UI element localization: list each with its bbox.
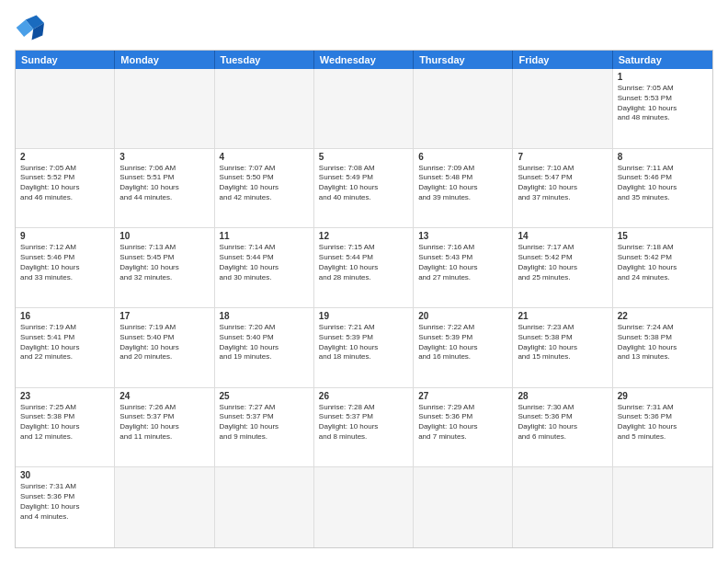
day-info: Sunrise: 7:25 AM Sunset: 5:38 PM Dayligh…: [20, 403, 109, 442]
calendar-day-27: 27Sunrise: 7:29 AM Sunset: 5:36 PM Dayli…: [414, 388, 513, 468]
day-number: 21: [518, 311, 607, 321]
calendar-empty-cell: [314, 69, 414, 149]
calendar-day-18: 18Sunrise: 7:20 AM Sunset: 5:40 PM Dayli…: [215, 308, 314, 388]
header-day-wednesday: Wednesday: [314, 51, 414, 69]
calendar-empty-cell: [314, 467, 414, 547]
day-number: 5: [319, 152, 408, 162]
header-day-thursday: Thursday: [414, 51, 513, 69]
day-number: 2: [20, 152, 109, 162]
logo: [15, 15, 48, 40]
day-info: Sunrise: 7:22 AM Sunset: 5:39 PM Dayligh…: [418, 323, 507, 362]
day-number: 27: [418, 391, 507, 401]
header: [15, 15, 713, 40]
calendar-empty-cell: [414, 467, 513, 547]
calendar-day-29: 29Sunrise: 7:31 AM Sunset: 5:36 PM Dayli…: [613, 388, 712, 468]
calendar-day-8: 8Sunrise: 7:11 AM Sunset: 5:46 PM Daylig…: [613, 149, 712, 229]
day-info: Sunrise: 7:27 AM Sunset: 5:37 PM Dayligh…: [220, 403, 309, 442]
day-number: 10: [119, 231, 209, 241]
day-info: Sunrise: 7:14 AM Sunset: 5:44 PM Dayligh…: [220, 243, 309, 282]
day-number: 29: [618, 391, 708, 401]
calendar-day-19: 19Sunrise: 7:21 AM Sunset: 5:39 PM Dayli…: [314, 308, 414, 388]
day-number: 16: [20, 311, 109, 321]
calendar-day-5: 5Sunrise: 7:08 AM Sunset: 5:49 PM Daylig…: [314, 149, 414, 229]
day-info: Sunrise: 7:06 AM Sunset: 5:51 PM Dayligh…: [119, 164, 209, 203]
calendar-day-11: 11Sunrise: 7:14 AM Sunset: 5:44 PM Dayli…: [215, 228, 314, 308]
calendar: SundayMondayTuesdayWednesdayThursdayFrid…: [15, 50, 713, 548]
calendar-day-4: 4Sunrise: 7:07 AM Sunset: 5:50 PM Daylig…: [215, 149, 314, 229]
day-number: 8: [618, 152, 708, 162]
header-day-tuesday: Tuesday: [215, 51, 314, 69]
header-day-monday: Monday: [115, 51, 214, 69]
day-number: 7: [518, 152, 607, 162]
day-info: Sunrise: 7:13 AM Sunset: 5:45 PM Dayligh…: [119, 243, 209, 282]
calendar-day-28: 28Sunrise: 7:30 AM Sunset: 5:36 PM Dayli…: [513, 388, 612, 468]
day-info: Sunrise: 7:19 AM Sunset: 5:40 PM Dayligh…: [119, 323, 209, 362]
calendar-day-2: 2Sunrise: 7:05 AM Sunset: 5:52 PM Daylig…: [16, 149, 115, 229]
day-number: 24: [119, 391, 209, 401]
calendar-day-14: 14Sunrise: 7:17 AM Sunset: 5:42 PM Dayli…: [513, 228, 612, 308]
day-number: 30: [20, 470, 109, 480]
day-info: Sunrise: 7:10 AM Sunset: 5:47 PM Dayligh…: [518, 164, 607, 203]
calendar-day-6: 6Sunrise: 7:09 AM Sunset: 5:48 PM Daylig…: [414, 149, 513, 229]
day-number: 11: [220, 231, 309, 241]
calendar-day-3: 3Sunrise: 7:06 AM Sunset: 5:51 PM Daylig…: [115, 149, 214, 229]
day-info: Sunrise: 7:31 AM Sunset: 5:36 PM Dayligh…: [618, 403, 708, 442]
calendar-empty-cell: [414, 69, 513, 149]
day-info: Sunrise: 7:08 AM Sunset: 5:49 PM Dayligh…: [319, 164, 408, 203]
day-number: 9: [20, 231, 109, 241]
day-info: Sunrise: 7:26 AM Sunset: 5:37 PM Dayligh…: [119, 403, 209, 442]
calendar-day-20: 20Sunrise: 7:22 AM Sunset: 5:39 PM Dayli…: [414, 308, 513, 388]
calendar-empty-cell: [115, 467, 214, 547]
day-info: Sunrise: 7:19 AM Sunset: 5:41 PM Dayligh…: [20, 323, 109, 362]
day-number: 19: [319, 311, 408, 321]
calendar-empty-cell: [613, 467, 712, 547]
day-info: Sunrise: 7:21 AM Sunset: 5:39 PM Dayligh…: [319, 323, 408, 362]
day-info: Sunrise: 7:05 AM Sunset: 5:52 PM Dayligh…: [20, 164, 109, 203]
calendar-day-21: 21Sunrise: 7:23 AM Sunset: 5:38 PM Dayli…: [513, 308, 612, 388]
calendar-day-9: 9Sunrise: 7:12 AM Sunset: 5:46 PM Daylig…: [16, 228, 115, 308]
calendar-empty-cell: [215, 69, 314, 149]
day-info: Sunrise: 7:28 AM Sunset: 5:37 PM Dayligh…: [319, 403, 408, 442]
day-number: 3: [119, 152, 209, 162]
day-info: Sunrise: 7:17 AM Sunset: 5:42 PM Dayligh…: [518, 243, 607, 282]
day-number: 4: [220, 152, 309, 162]
day-info: Sunrise: 7:30 AM Sunset: 5:36 PM Dayligh…: [518, 403, 607, 442]
calendar-empty-cell: [16, 69, 115, 149]
day-info: Sunrise: 7:24 AM Sunset: 5:38 PM Dayligh…: [618, 323, 708, 362]
calendar-day-12: 12Sunrise: 7:15 AM Sunset: 5:44 PM Dayli…: [314, 228, 414, 308]
page: SundayMondayTuesdayWednesdayThursdayFrid…: [0, 0, 728, 563]
calendar-day-1: 1Sunrise: 7:05 AM Sunset: 5:53 PM Daylig…: [613, 69, 712, 149]
day-info: Sunrise: 7:09 AM Sunset: 5:48 PM Dayligh…: [418, 164, 507, 203]
generalblue-logo-icon: [15, 15, 44, 40]
day-info: Sunrise: 7:15 AM Sunset: 5:44 PM Dayligh…: [319, 243, 408, 282]
day-info: Sunrise: 7:12 AM Sunset: 5:46 PM Dayligh…: [20, 243, 109, 282]
day-info: Sunrise: 7:16 AM Sunset: 5:43 PM Dayligh…: [418, 243, 507, 282]
calendar-day-26: 26Sunrise: 7:28 AM Sunset: 5:37 PM Dayli…: [314, 388, 414, 468]
calendar-day-15: 15Sunrise: 7:18 AM Sunset: 5:42 PM Dayli…: [613, 228, 712, 308]
day-info: Sunrise: 7:23 AM Sunset: 5:38 PM Dayligh…: [518, 323, 607, 362]
calendar-header: SundayMondayTuesdayWednesdayThursdayFrid…: [16, 51, 712, 69]
header-day-friday: Friday: [513, 51, 612, 69]
calendar-day-23: 23Sunrise: 7:25 AM Sunset: 5:38 PM Dayli…: [16, 388, 115, 468]
day-number: 1: [618, 72, 708, 82]
calendar-day-22: 22Sunrise: 7:24 AM Sunset: 5:38 PM Dayli…: [613, 308, 712, 388]
day-number: 15: [618, 231, 708, 241]
day-number: 26: [319, 391, 408, 401]
day-info: Sunrise: 7:05 AM Sunset: 5:53 PM Dayligh…: [618, 84, 708, 123]
day-info: Sunrise: 7:07 AM Sunset: 5:50 PM Dayligh…: [220, 164, 309, 203]
calendar-empty-cell: [513, 69, 612, 149]
day-number: 28: [518, 391, 607, 401]
calendar-day-13: 13Sunrise: 7:16 AM Sunset: 5:43 PM Dayli…: [414, 228, 513, 308]
day-number: 22: [618, 311, 708, 321]
day-number: 17: [119, 311, 209, 321]
day-info: Sunrise: 7:18 AM Sunset: 5:42 PM Dayligh…: [618, 243, 708, 282]
header-day-saturday: Saturday: [613, 51, 712, 69]
calendar-empty-cell: [513, 467, 612, 547]
day-number: 12: [319, 231, 408, 241]
header-day-sunday: Sunday: [16, 51, 115, 69]
day-number: 20: [418, 311, 507, 321]
calendar-body: 1Sunrise: 7:05 AM Sunset: 5:53 PM Daylig…: [16, 69, 712, 547]
calendar-empty-cell: [115, 69, 214, 149]
calendar-day-7: 7Sunrise: 7:10 AM Sunset: 5:47 PM Daylig…: [513, 149, 612, 229]
calendar-day-16: 16Sunrise: 7:19 AM Sunset: 5:41 PM Dayli…: [16, 308, 115, 388]
